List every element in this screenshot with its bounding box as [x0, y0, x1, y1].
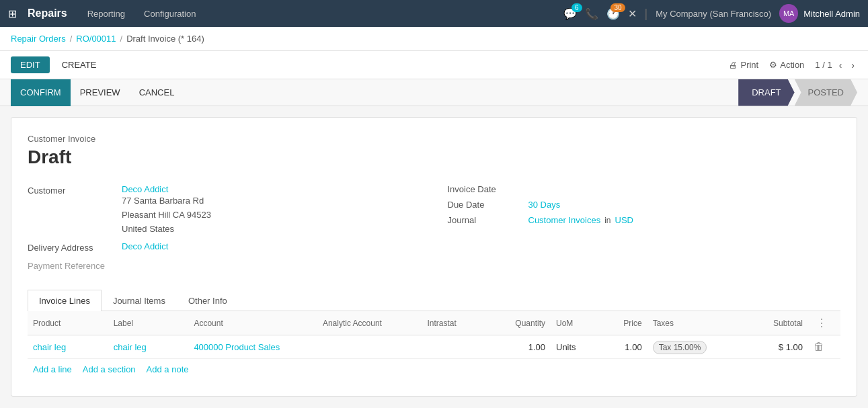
next-record-button[interactable]: ›: [849, 58, 857, 72]
cell-account: 400000 Product Sales: [188, 335, 317, 359]
invoice-fields: Customer Deco Addict 77 Santa Barbara Rd…: [28, 184, 840, 276]
invoice-table: Product Label Account Analytic Account I…: [28, 311, 840, 359]
journal-field: Journal Customer Invoices in USD: [448, 215, 841, 225]
due-date-value[interactable]: 30 Days: [528, 200, 561, 210]
nav-link-configuration[interactable]: Configuration: [140, 6, 200, 22]
action-label: Action: [780, 60, 804, 70]
journal-currency[interactable]: USD: [615, 215, 633, 225]
company-name[interactable]: My Company (San Francisco): [656, 9, 771, 19]
breadcrumb-current-page: Draft Invoice (* 164): [126, 34, 204, 44]
divider: |: [645, 7, 648, 21]
customer-address-3: United States: [122, 222, 211, 237]
username: Mitchell Admin: [803, 9, 860, 19]
cell-quantity: 1.00: [486, 335, 551, 359]
activity-button[interactable]: 🕐 30: [606, 7, 620, 20]
status-draft[interactable]: DRAFT: [738, 79, 794, 106]
nav-link-reporting[interactable]: Reporting: [83, 6, 129, 22]
tab-journal-items[interactable]: Journal Items: [102, 290, 177, 311]
tax-badge[interactable]: Tax 15.00%: [653, 341, 707, 354]
user-menu[interactable]: MA Mitchell Admin: [779, 4, 860, 23]
status-track: DRAFT POSTED: [738, 79, 857, 106]
cell-subtotal: $ 1.00: [744, 335, 808, 359]
invoice-status-title: Draft: [28, 147, 840, 168]
action-button[interactable]: ⚙ Action: [769, 60, 804, 70]
invoice-card: Customer Invoice Draft Customer Deco Add…: [11, 117, 857, 397]
cell-intrastat[interactable]: [422, 335, 487, 359]
cell-analytic-account[interactable]: [317, 335, 422, 359]
col-header-quantity: Quantity: [486, 311, 551, 335]
messages-button[interactable]: 💬 6: [563, 7, 577, 20]
row-label[interactable]: chair leg: [114, 342, 147, 352]
cell-taxes: Tax 15.00%: [647, 335, 744, 359]
status-posted-label: POSTED: [808, 87, 844, 97]
breadcrumb-ro-number[interactable]: RO/00011: [76, 34, 116, 44]
column-options-icon[interactable]: ⋮: [814, 317, 830, 329]
delivery-address-field: Delivery Address Deco Addict: [28, 241, 421, 253]
col-header-actions: ⋮: [808, 311, 840, 335]
pagination-count: 1 / 1: [815, 60, 832, 70]
toolbar-actions: 🖨 Print ⚙ Action 1 / 1 ‹ ›: [729, 58, 857, 72]
col-header-taxes: Taxes: [647, 311, 744, 335]
delete-row-icon[interactable]: 🗑: [814, 341, 824, 352]
breadcrumb-sep-1: /: [70, 34, 73, 44]
create-button[interactable]: CREATE: [55, 56, 104, 73]
breadcrumb-repair-orders[interactable]: Repair Orders: [11, 34, 66, 44]
due-date-field: Due Date 30 Days: [448, 200, 841, 210]
invoice-type-label: Customer Invoice: [28, 134, 840, 144]
customer-field: Customer Deco Addict 77 Santa Barbara Rd…: [28, 184, 421, 236]
invoice-fields-left: Customer Deco Addict 77 Santa Barbara Rd…: [28, 184, 421, 276]
status-posted[interactable]: POSTED: [795, 79, 857, 106]
col-header-uom: UoM: [551, 311, 599, 335]
quantity-value[interactable]: 1.00: [528, 342, 545, 352]
customer-address-2: Pleasant Hill CA 94523: [122, 208, 211, 222]
print-button[interactable]: 🖨 Print: [729, 60, 758, 70]
prev-record-button[interactable]: ‹: [836, 58, 845, 72]
price-value[interactable]: 1.00: [625, 342, 641, 352]
col-header-analytic-account: Analytic Account: [317, 311, 422, 335]
confirm-button[interactable]: CONFIRM: [11, 79, 71, 106]
journal-in: in: [604, 216, 610, 225]
payment-reference-field: Payment Reference: [28, 258, 421, 271]
table-footer-actions: Add a line Add a section Add a note: [28, 359, 840, 380]
col-header-product: Product: [28, 311, 108, 335]
print-icon: 🖨: [729, 60, 738, 70]
add-line-button[interactable]: Add a line: [33, 364, 72, 374]
delivery-address-value[interactable]: Deco Addict: [122, 241, 168, 251]
customer-name[interactable]: Deco Addict: [122, 184, 211, 194]
app-name[interactable]: Repairs: [28, 7, 67, 19]
product-link[interactable]: chair leg: [33, 342, 66, 352]
phone-icon[interactable]: 📞: [585, 7, 598, 20]
invoice-date-label: Invoice Date: [448, 184, 528, 194]
tab-invoice-lines[interactable]: Invoice Lines: [28, 290, 102, 311]
preview-button[interactable]: PREVIEW: [71, 79, 130, 106]
payment-reference-label: Payment Reference: [28, 261, 105, 271]
messages-badge: 6: [571, 3, 582, 12]
customer-value: Deco Addict 77 Santa Barbara Rd Pleasant…: [122, 184, 211, 236]
statusbar: CONFIRM PREVIEW CANCEL DRAFT POSTED: [0, 79, 868, 106]
grid-icon[interactable]: ⊞: [8, 7, 17, 20]
add-section-button[interactable]: Add a section: [83, 364, 136, 374]
cell-price: 1.00: [599, 335, 647, 359]
breadcrumb: Repair Orders / RO/00011 / Draft Invoice…: [0, 27, 868, 51]
table-header-row: Product Label Account Analytic Account I…: [28, 311, 840, 335]
invoice-date-field: Invoice Date: [448, 184, 841, 194]
cell-uom: Units: [551, 335, 599, 359]
table-row: chair leg chair leg 400000 Product Sales…: [28, 335, 840, 359]
customer-address-1: 77 Santa Barbara Rd: [122, 194, 211, 208]
uom-value[interactable]: Units: [556, 342, 576, 352]
cancel-button[interactable]: CANCEL: [130, 79, 184, 106]
cell-label: chair leg: [108, 335, 189, 359]
subtotal-value: $ 1.00: [779, 342, 803, 352]
cell-row-actions: 🗑: [808, 335, 840, 359]
gear-icon: ⚙: [769, 60, 777, 70]
journal-value[interactable]: Customer Invoices: [528, 215, 601, 225]
close-icon[interactable]: ✕: [628, 7, 637, 20]
customer-label: Customer: [28, 184, 122, 196]
account-value[interactable]: 400000 Product Sales: [194, 342, 280, 352]
cell-product: chair leg: [28, 335, 108, 359]
edit-button[interactable]: EDIT: [11, 56, 50, 73]
topnav-icons: 💬 6 📞 🕐 30 ✕ | My Company (San Francisco…: [563, 4, 860, 23]
add-note-button[interactable]: Add a note: [147, 364, 189, 374]
tab-other-info[interactable]: Other Info: [177, 290, 239, 311]
delivery-address-label: Delivery Address: [28, 241, 122, 253]
